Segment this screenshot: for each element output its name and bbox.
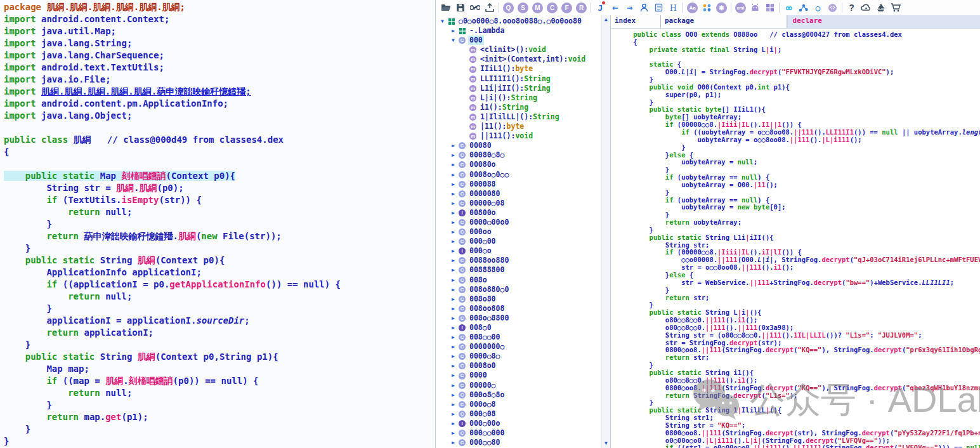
tree-item[interactable]: ▶C000○08 [436,409,601,419]
tree-item[interactable]: ▼○0○o000○8.ooo8o088○.○0o0oo80 [436,16,601,26]
boat-icon[interactable] [873,1,888,15]
code-line[interactable]: private static final String L|i|; [617,46,980,54]
expand-arrow-icon[interactable]: ▶ [449,294,457,304]
code-line[interactable] [4,122,435,134]
code-line[interactable]: public class O00 extends O888oo // class… [617,31,980,39]
tree-item[interactable]: ▶C000oo [436,227,601,237]
tree-item[interactable]: ▼C000 [436,36,601,45]
tree-item[interactable]: ▶C008o○8800 [436,313,601,323]
tree-item[interactable]: m|11():byte [436,122,601,131]
code-line[interactable]: String str = 肌絧.肌絧(p0); [4,182,435,194]
tree-item[interactable]: m1|IlilLL|():String [436,112,601,122]
tree-item[interactable]: ▶C000○○80 [436,438,601,447]
tree-item[interactable]: ▶C0008o○0○○ [436,170,601,180]
code-line[interactable]: } [4,339,435,351]
windows-icon[interactable] [762,1,777,15]
tab-index[interactable]: index [611,15,661,28]
filter-q-icon[interactable]: Q [501,1,516,15]
code-line[interactable]: } [4,242,435,254]
save-icon[interactable] [453,1,467,15]
tree-item[interactable]: mIIiL1():byte [436,64,601,74]
filter-f-icon[interactable]: F [559,1,574,15]
code-line[interactable]: O00.L|i| = StringFog.decrypt("FFVKTHJYQF… [617,69,980,76]
tree-item[interactable]: ▶C00000○ [436,381,601,390]
tree-item[interactable]: ▶C0000 [436,371,601,380]
expand-arrow-icon[interactable]: ▶ [449,371,457,380]
code-line[interactable]: if ((applicationI = p0.getApplicationInf… [4,279,435,291]
expand-arrow-icon[interactable]: ▶ [449,428,457,438]
tree-item[interactable]: ▶-.Lambda [436,26,601,36]
tree-item[interactable]: m||111():void [436,131,601,141]
expand-arrow-icon[interactable]: ▶ [449,199,457,208]
code-line[interactable]: ApplicationInfo applicationI; [4,267,435,279]
code-line[interactable]: import 肌絧.肌絧.肌絧.肌絧.肌絧.蒳申湋韷映鍮秄憶鎑羳; [4,86,435,98]
tree-scrollbar[interactable]: ▲ ▼ [601,15,610,448]
expand-arrow-icon[interactable]: ▶ [449,170,457,180]
code-line[interactable]: uobyteArray = new byte[0]; [617,204,980,211]
expand-arrow-icon[interactable]: ▶ [449,304,457,313]
filter-m-icon[interactable]: M [530,1,545,15]
tree-item[interactable]: ▶C000o○8 [436,400,601,409]
code-line[interactable]: if (TextUtils.isEmpty(str)) { [4,194,435,206]
expand-arrow-icon[interactable]: ▶ [449,150,457,160]
code-line[interactable]: return null; [4,206,435,218]
code-line[interactable]: import java.io.File; [4,74,435,86]
expand-arrow-icon[interactable]: ▼ [449,36,457,45]
tree-item[interactable]: ▶C008oo808 [436,304,601,313]
expand-arrow-icon[interactable]: ▶ [449,237,457,246]
tab-package[interactable]: package [661,15,787,28]
expand-arrow-icon[interactable]: ▶ [449,265,457,275]
tree-item[interactable]: ▶C00080○8○ [436,150,601,160]
class-tree[interactable]: ▼○0○o000○8.ooo8o088○.○0o0oo80▶-.Lambda▼C… [436,16,601,447]
settings-icon[interactable]: ✱ [714,1,729,15]
class-hierarchy-panel[interactable]: ▼○0○o000○8.ooo8o088○.○0o0oo80▶-.Lambda▼C… [436,15,611,448]
jump-icon[interactable]: J [593,1,608,15]
tree-item[interactable]: ▶C008○○00 [436,333,601,342]
code-line[interactable]: } [4,399,435,411]
expand-arrow-icon[interactable]: ▶ [449,256,457,265]
tree-item[interactable]: ▶C0000080 [436,189,601,199]
report-icon[interactable] [651,1,666,15]
fingerprint-icon[interactable] [825,1,840,15]
expand-arrow-icon[interactable]: ▶ [449,381,457,390]
code-line[interactable]: return applicationI; [4,327,435,339]
expand-arrow-icon[interactable]: ▶ [449,438,457,447]
code-line[interactable]: if ((str1 = o0○00o○o0.|L|i111().LLI11I1(… [617,444,980,448]
code-line[interactable]: import java.lang.CharSequence; [4,49,435,62]
bytecode-source-panel[interactable]: index package declare public class O00 e… [611,15,980,448]
infinity-icon[interactable]: ∞ [781,1,796,15]
code-line[interactable]: import java.util.Map; [4,25,435,37]
tree-item[interactable]: mLLI11I1():String [436,74,601,84]
expand-arrow-icon[interactable]: ▶ [449,180,457,189]
back-icon[interactable]: ← [608,1,622,15]
tree-item[interactable]: ▶C00888800 [436,265,601,275]
code-line[interactable]: return StringFog.decrypt("L1s="); [617,392,980,400]
expand-arrow-icon[interactable]: ▶ [449,400,457,409]
tree-item[interactable]: mi1():String [436,103,601,112]
forward-icon[interactable]: → [622,1,637,15]
expand-arrow-icon[interactable]: ▶ [449,208,457,218]
code-line[interactable]: import android.content.pm.ApplicationInf… [4,98,435,110]
left-code-view[interactable]: package 肌絧.肌絧.肌絧.肌絧.肌絧.肌絧;import android… [0,0,435,447]
expand-arrow-icon[interactable]: ▶ [449,227,457,237]
tree-item[interactable]: ▶C0000○8○ [436,352,601,361]
filter-r-icon[interactable]: R [574,1,589,15]
help-icon[interactable]: ? [844,1,859,15]
code-line[interactable]: Map map; [4,363,435,375]
tree-item[interactable]: ▶C008o [436,275,601,285]
expand-arrow-icon[interactable]: ▶ [449,419,457,428]
tree-item[interactable]: ▶C0000○00o0 [436,218,601,227]
code-line[interactable] [4,158,435,170]
expand-arrow-icon[interactable]: ▶ [449,141,457,150]
circle-icon[interactable]: ○ [811,1,825,15]
android-icon[interactable] [748,1,762,15]
right-code-view[interactable]: public class O00 extends O888oo // class… [611,29,980,448]
tab-declare[interactable]: declare [787,15,980,28]
expand-arrow-icon[interactable]: ▶ [449,390,457,400]
tree-item[interactable]: ▶C00000○08 [436,199,601,208]
code-line[interactable]: super(p0, p1); [617,91,980,99]
expand-arrow-icon[interactable]: ▶ [449,218,457,227]
expand-arrow-icon[interactable]: ▶ [449,160,457,169]
code-line[interactable]: import android.text.TextUtils; [4,62,435,74]
expand-arrow-icon[interactable]: ▶ [449,323,457,333]
